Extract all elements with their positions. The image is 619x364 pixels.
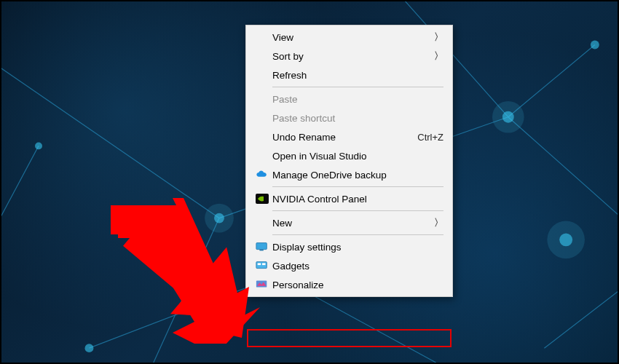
menu-item-new[interactable]: New 〉 [248,213,451,232]
nvidia-icon [253,194,271,204]
menu-item-personalize[interactable]: Personalize [248,275,451,294]
svg-line-8 [544,276,618,348]
menu-item-refresh[interactable]: Refresh [248,66,451,84]
chevron-right-icon: 〉 [434,50,443,63]
menu-item-nvidia-control-panel[interactable]: NVIDIA Control Panel [248,189,451,208]
menu-separator [272,234,443,235]
menu-separator [272,87,443,87]
menu-item-label: Paste shortcut [271,113,443,124]
svg-rect-22 [259,250,263,251]
display-icon [253,242,271,252]
menu-item-label: Sort by [271,51,434,62]
menu-item-label: Gadgets [271,261,443,272]
svg-point-17 [492,101,524,133]
chevron-right-icon: 〉 [434,31,443,44]
menu-item-label: Paste [271,94,443,105]
svg-rect-26 [256,281,267,288]
svg-rect-21 [256,243,267,250]
menu-separator [272,186,443,187]
desktop-context-menu: View 〉 Sort by 〉 Refresh Paste Paste sho… [245,25,453,297]
menu-item-display-settings[interactable]: Display settings [248,237,451,256]
personalize-icon [253,280,271,290]
menu-item-label: Open in Visual Studio [271,151,443,162]
menu-item-label: Refresh [271,70,443,81]
svg-line-7 [1,146,39,254]
menu-item-label: New [271,218,434,229]
svg-point-13 [35,142,42,149]
svg-rect-25 [262,263,266,265]
gadgets-icon [253,261,271,271]
menu-item-open-visual-studio[interactable]: Open in Visual Studio [248,146,451,165]
menu-item-label: Manage OneDrive backup [271,170,443,181]
svg-rect-24 [258,263,261,265]
svg-point-12 [84,344,93,352]
menu-item-label: View [271,32,434,43]
menu-item-label: Undo Rename [271,132,417,143]
svg-rect-23 [256,262,267,269]
menu-item-gadgets[interactable]: Gadgets [248,256,451,275]
onedrive-icon [253,170,271,180]
menu-item-label: Personalize [271,280,443,290]
svg-line-2 [147,218,219,363]
svg-line-9 [508,45,595,117]
menu-item-undo-rename[interactable]: Undo Rename Ctrl+Z [248,127,451,146]
svg-line-3 [508,117,618,233]
chevron-right-icon: 〉 [434,216,443,229]
menu-item-label: Display settings [271,242,443,253]
menu-item-paste-shortcut: Paste shortcut [248,108,451,127]
menu-separator [272,210,443,211]
menu-item-label: NVIDIA Control Panel [271,194,443,205]
menu-item-sort-by[interactable]: Sort by 〉 [248,47,451,66]
menu-item-paste: Paste [248,90,451,108]
menu-item-manage-onedrive[interactable]: Manage OneDrive backup [248,165,451,184]
svg-point-18 [547,221,585,259]
svg-point-19 [205,204,234,233]
menu-item-shortcut: Ctrl+Z [417,132,443,143]
svg-line-0 [1,59,219,218]
svg-point-14 [591,41,599,50]
menu-item-view[interactable]: View 〉 [248,28,451,47]
